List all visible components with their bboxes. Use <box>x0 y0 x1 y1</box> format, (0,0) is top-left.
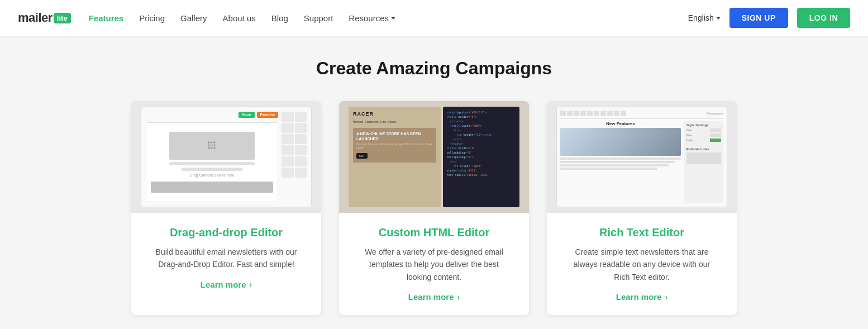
code-line-9: <table border="0" <box>446 146 516 150</box>
html-nav-3: Gifts <box>380 120 386 123</box>
rte-settings-title: Style Settings <box>686 123 721 127</box>
rte-toolbar: Newspaper <box>560 111 723 119</box>
nav-links: Features Pricing Gallery About us Blog S… <box>89 13 688 23</box>
code-line-14: style="color:#333; <box>446 168 516 173</box>
dnd-footer-bar <box>151 182 273 193</box>
html-banner-sub: Discover the new online store and get 20… <box>356 142 433 149</box>
code-line-5: <tr> <box>446 128 516 132</box>
html-nav-4: Skates <box>388 120 396 123</box>
dnd-block-6 <box>295 134 307 144</box>
html-code-panel: <body bgcolor="#f8f6f2"> <table border="… <box>443 107 519 207</box>
dnd-save-btn: Save <box>239 112 254 118</box>
arrow-right-icon: › <box>665 293 668 302</box>
dnd-block-2 <box>295 112 307 122</box>
card-html: RACER Helmets Electronics Gifts Skates A… <box>339 101 529 315</box>
dnd-text-line-1 <box>169 162 255 165</box>
rte-line-1 <box>560 158 681 160</box>
html-banner-title: A NEW ONLINE STORE HAS BEEN LAUNCHED! <box>356 131 433 141</box>
rte-line-2 <box>560 161 675 163</box>
code-line-11: cellspacing="0"> <box>446 155 516 159</box>
signup-button[interactable]: SIGN UP <box>729 8 788 28</box>
card-rte-title: Rich Text Editor <box>599 226 684 239</box>
nav-right: English SIGN UP LOG IN <box>688 8 850 28</box>
code-line-12: <tr> <box>446 159 516 164</box>
dnd-canvas: 🖼 Drag Content Blocks here <box>146 122 278 202</box>
nav-support[interactable]: Support <box>304 13 333 23</box>
rte-tool-8 <box>607 111 613 116</box>
rte-article: New Features <box>560 121 681 203</box>
rte-settings-row-1: Size <box>686 128 721 132</box>
nav-pricing[interactable]: Pricing <box>139 13 165 23</box>
nav-blog[interactable]: Blog <box>271 13 288 23</box>
rte-font-label: Font <box>686 133 692 137</box>
rte-tool-3 <box>574 111 579 116</box>
logo-badge: lite <box>54 13 71 23</box>
nav-gallery[interactable]: Gallery <box>180 13 207 23</box>
rte-tool-7 <box>600 111 606 116</box>
card-html-learn-more[interactable]: Learn more › <box>408 292 460 302</box>
dnd-sidebar-grid <box>282 112 307 178</box>
rte-article-title: New Features <box>560 121 681 126</box>
chevron-down-icon <box>391 17 395 20</box>
logo[interactable]: mailer lite <box>18 11 71 25</box>
rte-line-3 <box>560 164 669 166</box>
dnd-block-10 <box>295 156 307 166</box>
arrow-right-icon: › <box>250 280 252 289</box>
card-dnd-image: Save Preview 🖼 Drag Content Blocks here <box>131 101 321 213</box>
rte-toolbar-right: Newspaper <box>707 112 723 115</box>
dnd-image-placeholder: 🖼 <box>169 132 255 160</box>
page-title: Create Amazing Campaigns <box>18 58 850 79</box>
card-rte: Newspaper New Features <box>547 101 737 315</box>
card-rte-image: Newspaper New Features <box>547 101 737 213</box>
rte-tool-2 <box>567 111 573 116</box>
logo-text: mailer <box>18 11 53 25</box>
rte-tool-6 <box>594 111 599 116</box>
rte-text-block <box>560 158 681 170</box>
rte-settings-row-2: Font <box>686 133 721 137</box>
code-line-15: font-family:Tahoma; 13px; <box>446 173 516 177</box>
card-dnd-description: Build beautiful email newsletters with o… <box>149 246 303 271</box>
nav-about[interactable]: About us <box>223 13 256 23</box>
html-preview-header: RACER <box>353 111 436 117</box>
dnd-top-bar: Save Preview <box>146 112 278 118</box>
dnd-preview-btn: Preview <box>257 112 278 118</box>
dnd-block-5 <box>282 134 294 144</box>
dnd-block-1 <box>282 112 294 122</box>
language-selector[interactable]: English <box>688 13 721 22</box>
html-nav-2: Electronics <box>365 120 378 123</box>
rte-settings-panel: Style Settings Size Font Color <box>684 121 723 203</box>
rte-links-placeholder <box>686 152 721 164</box>
rte-color-label: Color <box>686 139 693 142</box>
code-line-3: <tr><td> <box>446 119 516 123</box>
navbar: mailer lite Features Pricing Gallery Abo… <box>0 0 868 36</box>
dnd-text-line-2 <box>182 168 243 171</box>
login-button[interactable]: LOG IN <box>797 8 850 28</box>
html-brand-label: RACER <box>353 111 374 117</box>
rte-size-control <box>710 128 721 132</box>
rte-editor-mockup: Newspaper New Features <box>556 107 727 207</box>
card-rte-learn-more[interactable]: Learn more › <box>616 292 667 302</box>
rte-content-area: New Features St <box>560 121 723 203</box>
card-html-title: Custom HTML Editor <box>379 226 490 239</box>
html-preview-panel: RACER Helmets Electronics Gifts Skates A… <box>349 107 441 207</box>
card-dnd-body: Drag-and-drop Editor Build beautiful ema… <box>131 213 321 315</box>
card-dnd-learn-more[interactable]: Learn more › <box>201 280 252 289</box>
dnd-sidebar <box>282 112 307 202</box>
code-line-6: <td height="10"></td> <box>446 132 516 137</box>
rte-photo <box>560 128 681 156</box>
rte-settings-row-3: Color <box>686 139 721 142</box>
nav-features[interactable]: Features <box>89 13 124 23</box>
code-line-8: </table> <box>446 141 516 146</box>
dnd-block-9 <box>282 156 294 166</box>
dnd-block-12 <box>295 168 307 178</box>
code-line-1: <body bgcolor="#f8f6f2"> <box>446 110 516 115</box>
card-html-image: RACER Helmets Electronics Gifts Skates A… <box>339 101 529 213</box>
code-line-4: <table width="600"> <box>446 123 516 128</box>
dnd-block-7 <box>282 145 294 155</box>
rte-size-label: Size <box>686 128 692 132</box>
dnd-main-area: Save Preview 🖼 Drag Content Blocks here <box>146 112 278 202</box>
code-line-10: cellpadding="0" <box>446 150 516 155</box>
rte-line-4 <box>560 168 657 170</box>
dnd-block-4 <box>295 123 307 133</box>
nav-resources[interactable]: Resources <box>349 13 395 23</box>
